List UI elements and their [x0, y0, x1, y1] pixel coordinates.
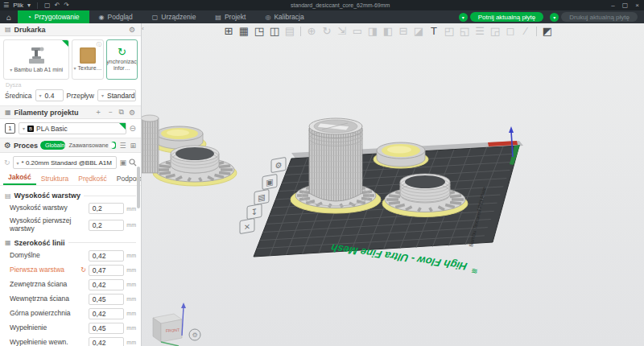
printer-name: Bambu Lab A1 mini: [14, 67, 63, 73]
printer-card[interactable]: ▾Bambu Lab A1 mini: [3, 39, 69, 80]
tab-label: Podgląd: [108, 13, 133, 21]
home-button[interactable]: ⌂: [0, 10, 18, 23]
info-icon[interactable]: ⓘ: [97, 41, 101, 48]
plate-settings-icon[interactable]: ⚙: [271, 157, 286, 172]
close-icon[interactable]: ×: [635, 2, 639, 9]
value-input[interactable]: 0,45: [89, 323, 125, 334]
preset-name: * 0.20mm Standard @BBL A1M: [22, 159, 112, 167]
plate-name-icon[interactable]: ▤: [254, 189, 269, 204]
process-preset-select[interactable]: ▾* 0.20mm Standard @BBL A1M: [13, 156, 118, 169]
flow-label: Przepływ: [67, 92, 94, 100]
sidebar-scrollbar[interactable]: [137, 167, 140, 208]
undo-icon[interactable]: ↶: [55, 2, 60, 9]
chevron-down-icon[interactable]: ▾: [27, 2, 31, 9]
unit-label: mm: [126, 253, 136, 258]
remove-filament-icon[interactable]: －: [105, 107, 114, 117]
advanced-toggle[interactable]: [111, 142, 117, 149]
value-input[interactable]: 0,42: [89, 250, 125, 262]
setting-label: Wysokość pierwszej warstwy: [10, 217, 80, 233]
remove-filament-circle-icon[interactable]: ⊖: [130, 124, 136, 133]
filament-icon: ▦: [5, 109, 11, 116]
model-offplate-group[interactable]: [142, 115, 237, 186]
tab-label: Projekt: [225, 13, 246, 21]
navigation-cube[interactable]: FRONT: [153, 303, 186, 346]
redo-icon[interactable]: ↷: [64, 2, 69, 9]
bambu-logo-icon: B: [27, 126, 34, 132]
tab-kalibracja[interactable]: ◎Kalibracja: [255, 10, 313, 23]
tab-label: Urządzenie: [161, 13, 196, 21]
flow-select[interactable]: ▾Standard: [97, 89, 136, 101]
printer-settings-gear-icon[interactable]: ⚙: [128, 26, 136, 34]
tab-projekt[interactable]: ▤Projekt: [205, 10, 255, 23]
tab-urządzenie[interactable]: ▢Urządzenie: [142, 10, 206, 23]
hamburger-icon[interactable]: ☰: [3, 2, 9, 9]
process-tab-prędkość[interactable]: Prędkość: [73, 173, 111, 185]
scope-global-button[interactable]: Globalne: [40, 141, 65, 150]
minimize-icon[interactable]: –: [611, 2, 614, 9]
unit-label: mm: [126, 311, 136, 316]
new-project-icon[interactable]: ▢: [44, 2, 51, 9]
settings-section-header: ▦Szerokość linii: [5, 239, 136, 247]
value-input[interactable]: 0,42: [89, 279, 125, 290]
print-plate-button[interactable]: Drukuj aktualną płytę: [561, 12, 638, 22]
delete-plate-icon[interactable]: ×: [240, 218, 254, 233]
nav-cube-front-label: FRONT: [166, 327, 180, 333]
value-input[interactable]: 0,42: [89, 308, 125, 319]
settings-row: Wysokość warstwy0,2mm: [5, 201, 136, 216]
move-plate-icon[interactable]: ↧: [247, 204, 262, 219]
process-tab-jakość[interactable]: Jakość: [3, 171, 36, 185]
tab-podgląd[interactable]: ◉Podgląd: [89, 10, 142, 23]
diameter-label: Średnica: [5, 92, 32, 100]
search-icon[interactable]: [129, 159, 137, 167]
restore-icon[interactable]: ▢: [622, 2, 629, 9]
unit-label: mm: [126, 340, 136, 345]
process-icon: ⚙: [4, 141, 11, 150]
section-icon: ▤: [5, 192, 11, 200]
svg-text:⚙: ⚙: [192, 332, 197, 339]
settings-section-header: ▤Wysokość warstwy: [5, 192, 136, 200]
scene-settings-icon[interactable]: ⚙: [189, 329, 200, 340]
svg-text:▤: ▤: [258, 192, 265, 203]
tab-przygotowanie[interactable]: ◔Przygotowanie: [18, 10, 89, 23]
setting-label: Wewnętrzna ściana: [10, 295, 80, 303]
sync-filament-list-icon[interactable]: ⧉: [118, 108, 124, 117]
compare-preset-icon[interactable]: ⊞: [129, 142, 137, 150]
lock-plate-icon[interactable]: ▣: [262, 174, 277, 189]
setting-label: Wypełnienie: [10, 324, 80, 332]
view-list-icon[interactable]: ☰: [118, 142, 126, 150]
value-input[interactable]: 0,2: [89, 220, 125, 231]
nozzle-diameter-select[interactable]: ▾0.4: [35, 89, 64, 101]
process-tab-struktura[interactable]: Struktura: [36, 173, 74, 185]
advanced-label: Zaawansowane: [69, 142, 109, 148]
file-menu[interactable]: Plik: [13, 2, 23, 9]
model-cap-ring[interactable]: [374, 142, 428, 168]
printer-image: [24, 46, 48, 65]
process-tabs: JakośćStrukturaPrędkośćPodporaInne: [0, 172, 141, 186]
filament-settings-gear-icon[interactable]: ⚙: [128, 109, 136, 117]
settings-panel: ▤Wysokość warstwyWysokość warstwy0,2mmWy…: [0, 186, 141, 346]
value-input[interactable]: 0,45: [89, 294, 125, 305]
sidebar: ▤ Drukarka ⚙ ▾Bambu Lab A1 mini ⓘ: [0, 23, 142, 346]
tab-icon: ◔: [27, 14, 31, 21]
add-filament-icon[interactable]: ＋: [93, 107, 102, 117]
value-input[interactable]: 0,2: [89, 203, 125, 214]
filament-select[interactable]: ▾ B PLA Basic: [19, 122, 126, 134]
slice-plate-button[interactable]: Potnij aktualną płytę: [470, 12, 544, 22]
unit-label: mm: [126, 282, 136, 287]
filament-name: PLA Basic: [36, 125, 68, 133]
sync-info-card[interactable]: ↻ Synchronizacja infor…: [106, 39, 138, 80]
slice-dropdown-icon[interactable]: ▾: [459, 13, 468, 22]
scope-toggle: Globalne Obiekty: [40, 141, 65, 150]
revert-value-icon[interactable]: ↻: [80, 266, 89, 274]
value-input[interactable]: 0,47: [89, 265, 125, 276]
save-preset-icon[interactable]: ▣: [119, 159, 126, 167]
main-tabbar: ⌂ ◔Przygotowanie◉Podgląd▢Urządzenie▤Proj…: [0, 10, 644, 23]
scene-canvas[interactable]: Bambu Textured PEI Plate ⚙▣▤↧× High Flow…: [142, 23, 644, 346]
settings-row: Domyślne0,42mm: [5, 249, 136, 263]
value-input[interactable]: 0,42: [89, 337, 125, 346]
print-dropdown-icon[interactable]: ▾: [550, 13, 559, 22]
tab-icon: ▢: [152, 14, 159, 21]
viewport-3d[interactable]: ‹ ⊞▦◳◫▤⊕↻⇲▭◨◧⊟◪T◰◱☰◲◻∕◩: [142, 23, 644, 346]
revert-preset-icon[interactable]: ↻: [4, 159, 10, 167]
build-plate-card[interactable]: ⓘ ▾Texture…: [72, 39, 103, 80]
